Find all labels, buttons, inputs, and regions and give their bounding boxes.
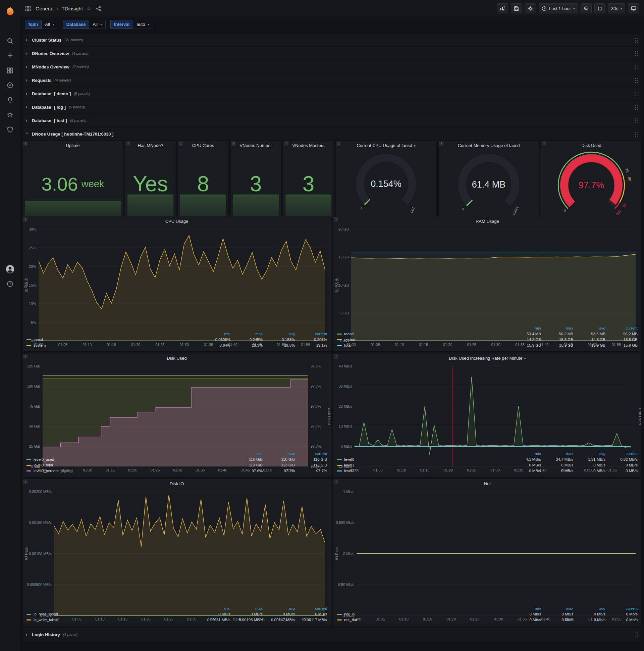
legend-column-header[interactable]: current (295, 331, 327, 337)
panel-info-icon[interactable]: i (126, 141, 130, 146)
create-plus-icon[interactable] (3, 48, 18, 63)
panel-info-icon[interactable]: i (439, 141, 444, 146)
panel-info-icon[interactable]: i (231, 141, 236, 146)
panel-info-icon[interactable]: i (334, 479, 339, 484)
legend-column-header[interactable]: max (541, 451, 573, 457)
panel-title[interactable]: CPU Cores (179, 141, 228, 150)
legend-column-header[interactable]: avg (573, 606, 605, 611)
panel-title[interactable]: Current Memory Usage of taosd (439, 141, 538, 150)
legend-column-header[interactable]: current (605, 326, 638, 331)
legend-column-header[interactable]: max (230, 606, 263, 611)
panel-title[interactable]: VNodes Masters (284, 141, 333, 150)
disk-rate-chart[interactable]: -10 MB/s0 MB/s10 MB/s20 MB/s30 MB/s40 MB… (334, 363, 641, 450)
legend-column-header[interactable]: max (541, 606, 573, 611)
explore-compass-icon[interactable] (3, 78, 18, 93)
panel-info-icon[interactable]: i (179, 141, 183, 146)
refresh-interval-dropdown[interactable]: 30s ▾ (608, 3, 625, 13)
legend-column-header[interactable]: min (509, 326, 541, 331)
row-database-test[interactable]: › Database: [ test ] (5 panels) (23, 114, 641, 127)
legend-series-toggle[interactable]: net_out (337, 617, 509, 623)
row-drag-handle[interactable] (635, 64, 639, 70)
cycle-view-tv-button[interactable] (628, 3, 639, 13)
save-dashboard-button[interactable] (511, 3, 522, 13)
breadcrumb-section[interactable]: General (36, 6, 53, 11)
legend-series-toggle[interactable]: taosd (337, 331, 509, 337)
breadcrumb-dashboard-title[interactable]: TDinsight (62, 6, 83, 11)
legend-column-header[interactable]: current (605, 451, 638, 457)
panel-title[interactable]: VNodes Number (231, 141, 281, 150)
legend-column-header[interactable]: min (198, 331, 230, 337)
help-icon[interactable]: ? (3, 277, 18, 291)
panel-title[interactable]: Disk Used (542, 141, 641, 150)
legend-series-toggle[interactable]: total (337, 343, 509, 348)
legend-series-toggle[interactable]: level0_percent (right-y) (27, 468, 230, 474)
disk-io-chart[interactable]: 0 MB/s0.000500 MB/s0.00100 MB/s0.00150 M… (23, 488, 330, 605)
row-database-log[interactable]: › Database: [ log ] (5 panels) (23, 101, 641, 114)
panel-title[interactable]: Disk IO (23, 479, 330, 488)
legend-series-toggle[interactable]: system (27, 343, 198, 348)
panel-menu-caret-icon[interactable]: ▾ (414, 144, 416, 148)
panel-title[interactable]: Disk Used Increasing Rate per Minute▾ (334, 354, 641, 363)
panel-title[interactable]: CPU Usage (23, 217, 330, 226)
row-cluster-status[interactable]: › Cluster Status (21 panels) (23, 34, 641, 46)
ram-usage-chart[interactable]: 0 MB5 GB10 GB15 GB20 GB01:0001:0501:1001… (334, 226, 641, 325)
legend-column-header[interactable]: min (198, 606, 230, 611)
row-drag-handle[interactable] (635, 632, 639, 638)
zoom-out-button[interactable] (581, 3, 592, 13)
legend-series-toggle[interactable]: io_write_taosd (27, 617, 198, 623)
row-drag-handle[interactable] (635, 91, 639, 97)
dashboard-settings-button[interactable] (524, 3, 536, 13)
legend-column-header[interactable]: min (509, 451, 541, 457)
panel-info-icon[interactable]: i (23, 479, 28, 484)
configuration-gear-icon[interactable] (3, 107, 18, 122)
legend-series-toggle[interactable]: level2 (337, 468, 509, 474)
legend-series-toggle[interactable]: level0_used (27, 457, 230, 462)
panel-title[interactable]: Has MNode? (126, 141, 175, 150)
search-icon[interactable] (3, 34, 18, 48)
legend-column-header[interactable]: avg (263, 606, 295, 611)
share-icon[interactable] (95, 5, 102, 12)
row-drag-handle[interactable] (635, 78, 639, 83)
panel-title[interactable]: Uptime (23, 141, 122, 150)
legend-column-header[interactable]: current (295, 606, 327, 611)
panel-title[interactable]: Disk Used (23, 354, 330, 363)
variable-database-label[interactable]: Database (63, 20, 90, 29)
favorite-star-icon[interactable]: ☆ (86, 5, 91, 12)
variable-interval-value-dropdown[interactable]: auto ▾ (133, 20, 153, 29)
row-requests[interactable]: › Requests (4 panels) (23, 74, 641, 87)
alerting-bell-icon[interactable] (3, 93, 18, 107)
panel-info-icon[interactable]: i (542, 141, 546, 146)
panel-title[interactable]: Current CPU Usage of taosd▾ (336, 141, 436, 150)
panel-info-icon[interactable]: i (334, 354, 339, 359)
legend-column-header[interactable]: current (605, 606, 638, 611)
row-database-demo[interactable]: › Database: [ demo ] (5 panels) (23, 87, 641, 100)
legend-column-header[interactable]: min (509, 606, 541, 611)
row-drag-handle[interactable] (635, 131, 639, 137)
cpu-usage-chart[interactable]: 0%5%10%15%20%25%30%01:0001:0501:1001:150… (23, 226, 330, 331)
legend-series-toggle[interactable]: system (337, 337, 509, 343)
variable-database-value-dropdown[interactable]: All ▾ (89, 20, 105, 29)
variable-fqdn-label[interactable]: fqdn (25, 20, 41, 29)
legend-column-header[interactable]: avg (573, 326, 605, 331)
legend-column-header[interactable]: avg (573, 451, 605, 457)
row-dnodes-overview[interactable]: › DNodes Overview (4 panels) (23, 47, 641, 60)
row-drag-handle[interactable] (635, 104, 639, 110)
row-drag-handle[interactable] (635, 37, 639, 43)
legend-column-header[interactable]: current (295, 451, 327, 457)
panel-info-icon[interactable]: i (23, 354, 28, 359)
refresh-button[interactable] (594, 3, 605, 13)
disk-used-chart[interactable]: 0 GiB97.6%25 GiB97.7%50 GiB97.7%75 GiB97… (23, 363, 330, 450)
row-dnode-usage[interactable]: › DNode Usage [ huolinhe-TM1701:6030 ] (23, 127, 641, 140)
legend-series-toggle[interactable]: io_read_taosd (27, 611, 198, 617)
panel-info-icon[interactable]: i (23, 141, 28, 146)
legend-series-toggle[interactable]: taosd (27, 337, 198, 343)
dashboard-grid-icon[interactable] (24, 4, 32, 13)
panel-menu-caret-icon[interactable]: ▾ (524, 357, 525, 361)
panel-info-icon[interactable]: i (284, 141, 288, 146)
legend-series-toggle[interactable]: level0 (337, 457, 509, 462)
net-chart[interactable]: -1 Mb/s-0.50 Mb/s0 Mb/s0.500 Mb/s1 Mb/s0… (334, 488, 641, 605)
row-drag-handle[interactable] (635, 118, 639, 123)
user-avatar[interactable] (3, 262, 18, 277)
legend-column-header[interactable]: max (230, 331, 263, 337)
row-drag-handle[interactable] (635, 51, 639, 56)
